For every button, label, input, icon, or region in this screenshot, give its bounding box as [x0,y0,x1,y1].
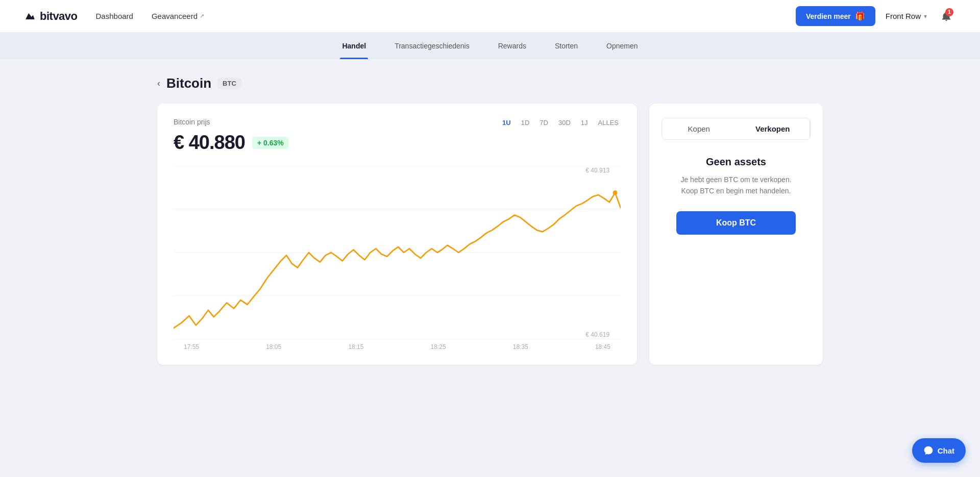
chart-x-labels: 17:55 18:05 18:15 18:25 18:35 18:45 [174,343,621,350]
nav-advanced[interactable]: Geavanceerd ↗ [152,12,204,20]
page-title: Bitcoin [166,76,211,91]
no-assets-title: Geen assets [706,156,766,168]
notification-button[interactable]: 1 [937,7,955,26]
time-filter-1j[interactable]: 1J [579,118,590,128]
nav-dashboard[interactable]: Dashboard [96,12,133,20]
chat-button[interactable]: Chat [912,438,966,463]
x-label-2: 18:15 [348,343,363,350]
chart-header: Bitcoin prijs 1U 1D 7D 30D 1J ALLES [174,118,621,128]
chart-label: Bitcoin prijs [174,118,210,126]
subnav-item-rewards[interactable]: Rewards [496,33,528,59]
tab-kopen[interactable]: Kopen [662,118,736,139]
trade-tabs: Kopen Verkopen [662,118,811,140]
time-filter-7d[interactable]: 7D [537,118,550,128]
main-content: ‹ Bitcoin BTC Bitcoin prijs 1U 1D 7D 30D… [133,59,847,381]
notification-badge: 1 [945,8,953,16]
header-right: Verdien meer 🎁 Front Row ▾ 1 [796,6,955,26]
chat-label: Chat [938,446,954,455]
time-filter-30d[interactable]: 30D [556,118,573,128]
time-filter-alles[interactable]: ALLES [596,118,621,128]
header-left: bitvavo Dashboard Geavanceerd ↗ [24,10,204,23]
x-label-1: 18:05 [266,343,281,350]
time-filter-1d[interactable]: 1D [519,118,532,128]
subnav: Handel Transactiegeschiedenis Rewards St… [0,33,980,59]
logo-text: bitvavo [40,10,78,23]
price-change-badge: + 0.63% [252,137,289,149]
price-row: € 40.880 + 0.63% [174,132,621,154]
x-label-5: 18:45 [595,343,610,350]
x-label-3: 18:25 [431,343,446,350]
chevron-down-icon: ▾ [924,13,927,20]
back-button[interactable]: ‹ [157,78,160,89]
user-dropdown[interactable]: Front Row ▾ [886,12,927,20]
svg-text:€ 40.913: € 40.913 [585,167,609,174]
price-chart-svg: € 40.913 € 40.619 [174,166,621,339]
subnav-item-handel[interactable]: Handel [340,33,368,59]
x-label-4: 18:35 [513,343,528,350]
price-value: € 40.880 [174,132,245,154]
content-grid: Bitcoin prijs 1U 1D 7D 30D 1J ALLES € 40… [157,104,823,365]
gift-icon: 🎁 [855,11,865,21]
external-link-icon: ↗ [200,13,204,19]
logo-icon [24,11,36,22]
x-label-0: 17:55 [184,343,199,350]
no-assets-text: Je hebt geen BTC om te verkopen.Koop BTC… [680,174,791,197]
verdien-meer-button[interactable]: Verdien meer 🎁 [796,6,875,26]
time-filter-1u[interactable]: 1U [500,118,513,128]
chat-icon [923,445,934,456]
currency-badge: BTC [217,78,241,89]
tab-verkopen[interactable]: Verkopen [736,118,811,139]
koop-btc-button[interactable]: Koop BTC [676,211,796,235]
subnav-item-opnemen[interactable]: Opnemen [604,33,640,59]
chart-card: Bitcoin prijs 1U 1D 7D 30D 1J ALLES € 40… [157,104,637,365]
header: bitvavo Dashboard Geavanceerd ↗ Verdien … [0,0,980,33]
chart-container: € 40.913 € 40.619 [174,166,621,339]
subnav-item-storten[interactable]: Storten [553,33,580,59]
page-title-row: ‹ Bitcoin BTC [157,76,823,91]
svg-point-7 [613,190,618,195]
trade-card: Kopen Verkopen Geen assets Je hebt geen … [649,104,823,365]
logo[interactable]: bitvavo [24,10,78,23]
time-filters: 1U 1D 7D 30D 1J ALLES [500,118,621,128]
svg-text:€ 40.619: € 40.619 [585,331,609,338]
subnav-item-transacties[interactable]: Transactiegeschiedenis [393,33,472,59]
